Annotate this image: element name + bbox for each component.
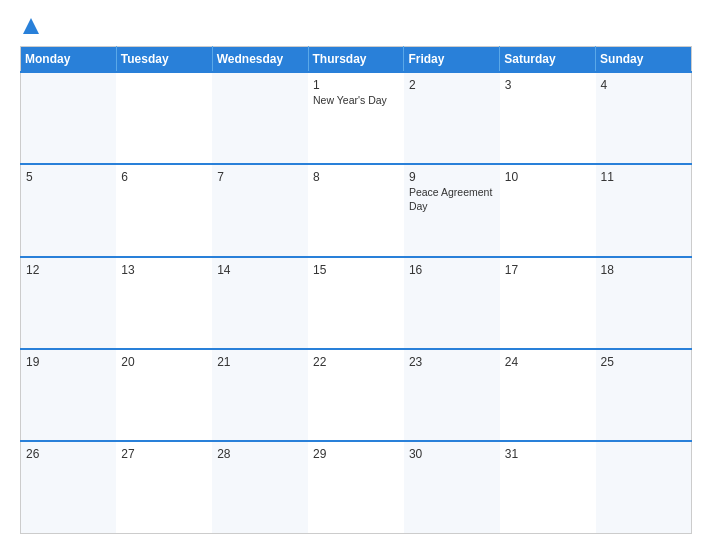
calendar-cell: 1New Year's Day bbox=[308, 72, 404, 164]
calendar-cell: 13 bbox=[116, 257, 212, 349]
day-number: 31 bbox=[505, 447, 591, 461]
day-number: 6 bbox=[121, 170, 207, 184]
calendar-cell: 15 bbox=[308, 257, 404, 349]
calendar-cell: 11 bbox=[596, 164, 692, 256]
calendar-page: MondayTuesdayWednesdayThursdayFridaySatu… bbox=[0, 0, 712, 550]
day-number: 17 bbox=[505, 263, 591, 277]
day-header-sunday: Sunday bbox=[596, 47, 692, 73]
day-number: 10 bbox=[505, 170, 591, 184]
day-header-tuesday: Tuesday bbox=[116, 47, 212, 73]
week-row: 56789Peace Agreement Day1011 bbox=[21, 164, 692, 256]
calendar-cell bbox=[116, 72, 212, 164]
calendar-cell: 12 bbox=[21, 257, 117, 349]
calendar-cell: 24 bbox=[500, 349, 596, 441]
calendar-cell: 26 bbox=[21, 441, 117, 533]
day-number: 13 bbox=[121, 263, 207, 277]
day-number: 28 bbox=[217, 447, 303, 461]
calendar-header bbox=[20, 16, 692, 36]
day-number: 21 bbox=[217, 355, 303, 369]
calendar-cell: 31 bbox=[500, 441, 596, 533]
day-number: 29 bbox=[313, 447, 399, 461]
calendar-table: MondayTuesdayWednesdayThursdayFridaySatu… bbox=[20, 46, 692, 534]
day-number: 14 bbox=[217, 263, 303, 277]
day-number: 25 bbox=[601, 355, 686, 369]
day-number: 9 bbox=[409, 170, 495, 184]
calendar-cell: 8 bbox=[308, 164, 404, 256]
calendar-cell: 21 bbox=[212, 349, 308, 441]
day-number: 23 bbox=[409, 355, 495, 369]
week-row: 1New Year's Day234 bbox=[21, 72, 692, 164]
calendar-cell: 7 bbox=[212, 164, 308, 256]
day-header-saturday: Saturday bbox=[500, 47, 596, 73]
day-number: 18 bbox=[601, 263, 686, 277]
calendar-cell: 19 bbox=[21, 349, 117, 441]
week-row: 12131415161718 bbox=[21, 257, 692, 349]
day-number: 4 bbox=[601, 78, 686, 92]
calendar-cell: 2 bbox=[404, 72, 500, 164]
day-number: 8 bbox=[313, 170, 399, 184]
day-number: 27 bbox=[121, 447, 207, 461]
calendar-cell bbox=[596, 441, 692, 533]
calendar-cell: 5 bbox=[21, 164, 117, 256]
calendar-cell: 18 bbox=[596, 257, 692, 349]
day-header-monday: Monday bbox=[21, 47, 117, 73]
day-number: 19 bbox=[26, 355, 111, 369]
calendar-cell: 4 bbox=[596, 72, 692, 164]
day-number: 22 bbox=[313, 355, 399, 369]
calendar-cell: 14 bbox=[212, 257, 308, 349]
calendar-cell: 6 bbox=[116, 164, 212, 256]
day-number: 11 bbox=[601, 170, 686, 184]
day-number: 16 bbox=[409, 263, 495, 277]
days-header-row: MondayTuesdayWednesdayThursdayFridaySatu… bbox=[21, 47, 692, 73]
holiday-label: New Year's Day bbox=[313, 94, 399, 108]
calendar-cell: 10 bbox=[500, 164, 596, 256]
calendar-cell: 16 bbox=[404, 257, 500, 349]
logo bbox=[20, 16, 41, 36]
calendar-cell: 27 bbox=[116, 441, 212, 533]
day-number: 24 bbox=[505, 355, 591, 369]
calendar-cell: 25 bbox=[596, 349, 692, 441]
day-header-thursday: Thursday bbox=[308, 47, 404, 73]
calendar-cell bbox=[212, 72, 308, 164]
day-number: 20 bbox=[121, 355, 207, 369]
calendar-cell: 23 bbox=[404, 349, 500, 441]
day-number: 26 bbox=[26, 447, 111, 461]
day-number: 3 bbox=[505, 78, 591, 92]
day-number: 15 bbox=[313, 263, 399, 277]
svg-marker-0 bbox=[23, 18, 39, 34]
calendar-cell: 22 bbox=[308, 349, 404, 441]
calendar-cell: 17 bbox=[500, 257, 596, 349]
holiday-label: Peace Agreement Day bbox=[409, 186, 495, 213]
day-number: 2 bbox=[409, 78, 495, 92]
calendar-cell: 9Peace Agreement Day bbox=[404, 164, 500, 256]
week-row: 262728293031 bbox=[21, 441, 692, 533]
day-number: 30 bbox=[409, 447, 495, 461]
day-number: 1 bbox=[313, 78, 399, 92]
calendar-cell: 3 bbox=[500, 72, 596, 164]
logo-icon bbox=[21, 16, 41, 36]
week-row: 19202122232425 bbox=[21, 349, 692, 441]
calendar-cell: 28 bbox=[212, 441, 308, 533]
day-number: 12 bbox=[26, 263, 111, 277]
day-header-wednesday: Wednesday bbox=[212, 47, 308, 73]
calendar-cell: 20 bbox=[116, 349, 212, 441]
calendar-cell: 30 bbox=[404, 441, 500, 533]
calendar-cell bbox=[21, 72, 117, 164]
calendar-cell: 29 bbox=[308, 441, 404, 533]
day-header-friday: Friday bbox=[404, 47, 500, 73]
day-number: 5 bbox=[26, 170, 111, 184]
day-number: 7 bbox=[217, 170, 303, 184]
